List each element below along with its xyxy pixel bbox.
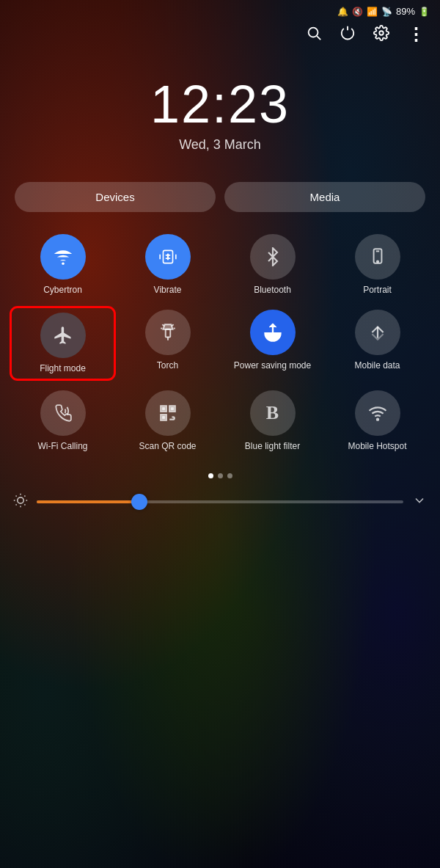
cybertron-label: Cybertron xyxy=(43,285,82,296)
svg-point-30 xyxy=(376,419,378,420)
brightness-fill xyxy=(37,500,139,503)
bluetooth-label: Bluetooth xyxy=(254,285,291,296)
clock-date: Wed, 3 March xyxy=(179,137,261,153)
svg-line-35 xyxy=(24,504,25,505)
mobile-data-label: Mobile data xyxy=(354,360,400,372)
svg-rect-20 xyxy=(162,408,164,410)
mobile-data-tile-icon xyxy=(355,310,400,355)
tile-scan-qr[interactable]: Scan QR code xyxy=(118,390,217,453)
wifi-tile-icon xyxy=(40,234,86,280)
panel-actions: ⋮ xyxy=(0,20,440,52)
alarm-icon: 🔔 xyxy=(337,7,348,17)
mute-icon: 🔇 xyxy=(352,7,363,17)
svg-point-31 xyxy=(18,497,23,503)
svg-point-2 xyxy=(379,31,384,35)
tile-portrait[interactable]: Portrait xyxy=(328,234,427,296)
tile-torch[interactable]: Torch xyxy=(118,310,217,378)
clock-time: 12:23 xyxy=(150,74,290,134)
flight-tile-icon xyxy=(40,313,86,358)
brightness-row xyxy=(0,487,440,523)
battery-text: 89% xyxy=(396,6,415,17)
quick-tiles-grid: Cybertron Vibrate Bluetooth xyxy=(0,227,440,460)
flight-mode-label: Flight mode xyxy=(40,363,86,375)
tile-power-saving[interactable]: Power saving mode xyxy=(223,310,322,378)
svg-line-39 xyxy=(24,495,25,496)
tile-mobile-hotspot[interactable]: Mobile Hotspot xyxy=(328,390,427,453)
svg-line-13 xyxy=(172,324,173,326)
mobile-hotspot-label: Mobile Hotspot xyxy=(348,441,406,453)
more-icon[interactable]: ⋮ xyxy=(407,24,425,45)
media-tab[interactable]: Media xyxy=(224,182,425,212)
power-icon[interactable] xyxy=(340,25,356,45)
svg-line-34 xyxy=(16,495,17,496)
dot-1 xyxy=(208,473,213,478)
brightness-slider[interactable] xyxy=(37,500,403,503)
wifi-icon: 📶 xyxy=(367,7,378,17)
vibrate-tile-icon xyxy=(145,234,191,280)
portrait-tile-icon xyxy=(355,234,400,280)
battery-icon: 🔋 xyxy=(419,7,430,17)
wifi-calling-tile-icon xyxy=(40,390,86,436)
wifi-calling-label: Wi-Fi Calling xyxy=(37,441,87,453)
tile-cybertron[interactable]: Cybertron xyxy=(13,234,112,296)
brightness-thumb xyxy=(131,494,147,510)
mobile-hotspot-tile-icon xyxy=(355,390,400,436)
torch-label: Torch xyxy=(157,360,178,372)
scan-qr-tile-icon xyxy=(145,390,191,436)
tile-flight-mode[interactable]: Flight mode xyxy=(13,310,112,378)
bluetooth-tile-icon xyxy=(250,234,296,280)
dot-3 xyxy=(227,473,232,478)
torch-tile-icon xyxy=(145,310,191,355)
tile-wifi-calling[interactable]: Wi-Fi Calling xyxy=(13,390,112,453)
blue-light-filter-label: Blue light filter xyxy=(245,441,300,453)
svg-line-1 xyxy=(317,36,320,40)
power-saving-tile-icon xyxy=(250,310,296,355)
tile-blue-light-filter[interactable]: B Blue light filter xyxy=(223,390,322,453)
svg-point-3 xyxy=(62,263,65,266)
svg-line-38 xyxy=(16,504,17,505)
chevron-down-icon[interactable] xyxy=(412,493,427,511)
status-bar: 🔔 🔇 📶 📡 89% 🔋 xyxy=(0,0,440,20)
svg-rect-22 xyxy=(162,417,164,419)
tile-bluetooth[interactable]: Bluetooth xyxy=(223,234,322,296)
svg-point-8 xyxy=(376,260,378,262)
scan-qr-label: Scan QR code xyxy=(139,441,196,453)
settings-icon[interactable] xyxy=(373,25,389,45)
signal-icon: 📡 xyxy=(381,7,392,17)
dot-2 xyxy=(218,473,223,478)
svg-point-0 xyxy=(309,27,318,37)
power-saving-label: Power saving mode xyxy=(234,360,311,372)
svg-line-12 xyxy=(162,324,164,326)
blue-light-filter-tile-icon: B xyxy=(250,390,296,436)
vibrate-label: Vibrate xyxy=(154,285,182,296)
tab-row: Devices Media xyxy=(0,182,440,227)
svg-rect-10 xyxy=(165,329,170,337)
page-dots xyxy=(0,460,440,487)
search-icon[interactable] xyxy=(306,25,322,45)
tile-vibrate[interactable]: Vibrate xyxy=(118,234,217,296)
devices-tab[interactable]: Devices xyxy=(15,182,216,212)
tile-mobile-data[interactable]: Mobile data xyxy=(328,310,427,378)
portrait-label: Portrait xyxy=(363,285,392,296)
brightness-icon xyxy=(13,493,28,511)
clock-section: 12:23 Wed, 3 March xyxy=(0,52,440,182)
svg-rect-21 xyxy=(171,408,173,410)
